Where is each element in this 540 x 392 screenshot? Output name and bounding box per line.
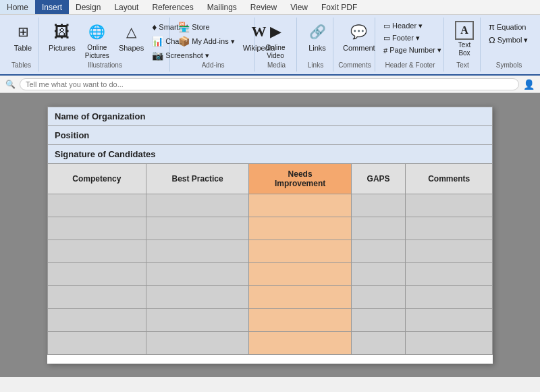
table-row: [48, 332, 493, 355]
my-addins-button[interactable]: 📦 My Add-ins ▾: [176, 34, 237, 48]
cell: [48, 309, 146, 332]
pictures-icon: 🖼: [51, 21, 73, 43]
chart-icon: 📊: [152, 36, 163, 47]
cell: [48, 286, 146, 309]
tables-group-label: Tables: [4, 61, 38, 69]
form-table: Name of Organization Position Signature …: [47, 107, 493, 355]
table-icon: ⊞: [12, 21, 34, 43]
menu-insert[interactable]: Insert: [35, 0, 69, 14]
equation-icon: π: [489, 22, 495, 32]
cell: [351, 286, 406, 309]
cell: [351, 194, 406, 217]
cell: [146, 217, 249, 240]
cell: [351, 217, 406, 240]
addins-group-label: Add-ins: [171, 61, 254, 69]
shapes-icon: △: [121, 21, 142, 43]
cell: [406, 286, 493, 309]
ribbon-group-links: 🔗 Links Links: [298, 18, 333, 72]
links-group-label: Links: [298, 61, 333, 69]
header-icon: ▭: [383, 22, 390, 30]
cell-needs-improvement: [249, 309, 351, 332]
addins-small-col: 🏪 Store 📦 My Add-ins ▾: [176, 19, 237, 48]
cell: [48, 217, 146, 240]
search-magnifier-icon: 🔍: [5, 80, 16, 89]
symbol-icon: Ω: [489, 35, 495, 45]
org-name-cell: Name of Organization: [48, 107, 493, 126]
textbox-button[interactable]: A TextBox: [450, 19, 479, 59]
text-group-label: Text: [446, 61, 480, 69]
table-button[interactable]: ⊞ Table: [8, 19, 38, 54]
col-competency: Competency: [48, 164, 146, 194]
online-pictures-icon: 🌐: [86, 21, 108, 43]
table-row: [48, 217, 493, 240]
cell-needs-improvement: [249, 217, 351, 240]
textbox-icon: A: [455, 21, 474, 40]
page-number-button[interactable]: # Page Number ▾: [381, 45, 444, 56]
menu-mailings[interactable]: Mailings: [200, 0, 244, 14]
ribbon-group-headerfooter: ▭ Header ▾ ▭ Footer ▾ # Page Number ▾ He…: [377, 18, 444, 72]
cell-needs-improvement: [249, 263, 351, 286]
cell: [146, 309, 249, 332]
document-page: Name of Organization Position Signature …: [47, 107, 493, 364]
table-row: [48, 263, 493, 286]
header-row-position: Position: [48, 126, 493, 145]
links-icon: 🔗: [306, 21, 328, 43]
ribbon-group-illustrations: 🖼 Pictures 🌐 OnlinePictures △ Shapes ♦ S…: [40, 18, 170, 72]
cell: [351, 332, 406, 355]
cell: [351, 240, 406, 263]
menu-design[interactable]: Design: [69, 0, 107, 14]
headerfooter-group-label: Header & Footer: [377, 61, 443, 69]
ribbon-group-tables: ⊞ Table Tables: [4, 18, 39, 72]
search-input[interactable]: [20, 78, 519, 90]
cell: [48, 332, 146, 355]
cell: [146, 263, 249, 286]
store-button[interactable]: 🏪 Store: [176, 20, 237, 34]
smartart-icon: ♦: [152, 22, 157, 32]
online-pictures-button[interactable]: 🌐 OnlinePictures: [81, 19, 113, 62]
screenshot-icon: 📷: [152, 50, 163, 61]
column-header-row: Competency Best Practice NeedsImprovemen…: [48, 164, 493, 194]
equation-button[interactable]: π Equation: [486, 20, 531, 33]
pictures-button[interactable]: 🖼 Pictures: [45, 19, 80, 54]
signature-cell: Signature of Candidates: [48, 145, 493, 164]
headerfooter-small-col: ▭ Header ▾ ▭ Footer ▾ # Page Number ▾: [381, 19, 444, 56]
cell: [48, 194, 146, 217]
ribbon: ⊞ Table Tables 🖼 Pictures 🌐 OnlinePictur…: [0, 15, 540, 76]
shapes-button[interactable]: △ Shapes: [115, 19, 148, 54]
online-video-button[interactable]: ▶ OnlineVideo: [261, 19, 290, 62]
cell: [351, 263, 406, 286]
table-row: [48, 309, 493, 332]
document-area: Name of Organization Position Signature …: [0, 93, 540, 377]
search-bar: 🔍 👤: [0, 76, 540, 93]
page-number-icon: #: [383, 47, 387, 55]
cell: [146, 194, 249, 217]
cell-needs-improvement: [249, 332, 351, 355]
menu-home[interactable]: Home: [0, 0, 35, 14]
cell-needs-improvement: [249, 286, 351, 309]
menu-foxit[interactable]: Foxit PDF: [315, 0, 364, 14]
comment-icon: 💬: [348, 21, 370, 43]
cell: [146, 286, 249, 309]
header-row-signature: Signature of Candidates: [48, 145, 493, 164]
symbol-button[interactable]: Ω Symbol ▾: [486, 34, 531, 47]
col-comments: Comments: [406, 164, 493, 194]
menu-layout[interactable]: Layout: [107, 0, 145, 14]
col-gaps: GAPS: [351, 164, 406, 194]
col-best-practice: Best Practice: [146, 164, 249, 194]
online-video-icon: ▶: [265, 21, 286, 43]
ribbon-group-addins: 🏪 Store 📦 My Add-ins ▾ W Wikipedia Add-i…: [171, 18, 255, 72]
header-button[interactable]: ▭ Header ▾: [381, 20, 444, 32]
header-row-org: Name of Organization: [48, 107, 493, 126]
ribbon-group-text: A TextBox Text: [446, 18, 481, 72]
user-icon: 👤: [523, 79, 535, 90]
links-button[interactable]: 🔗 Links: [302, 19, 332, 54]
symbols-group-label: Symbols: [482, 61, 536, 69]
menu-references[interactable]: References: [145, 0, 200, 14]
menu-review[interactable]: Review: [244, 0, 284, 14]
illustrations-group-label: Illustrations: [40, 61, 169, 69]
cell: [146, 332, 249, 355]
footer-button[interactable]: ▭ Footer ▾: [381, 32, 444, 44]
comment-button[interactable]: 💬 Comment: [339, 19, 379, 54]
position-cell: Position: [48, 126, 493, 145]
menu-view[interactable]: View: [284, 0, 315, 14]
